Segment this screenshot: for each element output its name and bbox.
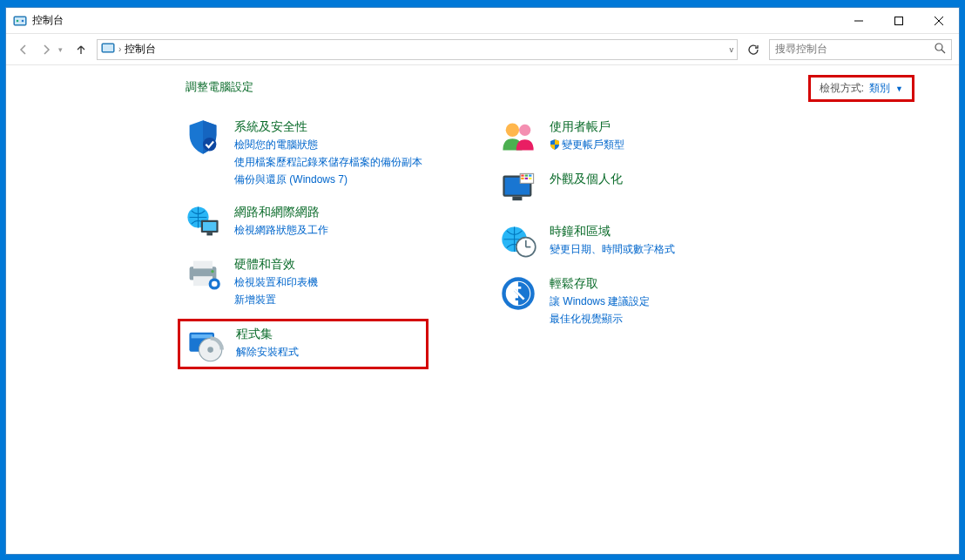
svg-point-12 — [203, 138, 216, 151]
view-by-value: 類別 — [869, 81, 890, 96]
category-link[interactable]: 備份與還原 (Windows 7) — [234, 172, 422, 187]
category-ease-of-access[interactable]: 輕鬆存取 讓 Windows 建議設定 最佳化視覺顯示 — [496, 273, 678, 330]
content-area: 調整電腦設定 檢視方式: 類別 ▼ 系統及安全性 檢閱您的電腦狀態 使用檔案歷程… — [6, 65, 959, 554]
category-title[interactable]: 輕鬆存取 — [550, 276, 650, 292]
svg-rect-24 — [192, 334, 213, 338]
category-network[interactable]: 網路和網際網路 檢視網路狀態及工作 — [180, 201, 426, 243]
svg-point-10 — [935, 44, 942, 51]
up-button[interactable] — [71, 39, 91, 60]
category-link[interactable]: 變更日期、時間或數字格式 — [550, 241, 675, 257]
titlebar: 控制台 — [6, 8, 959, 34]
ease-of-access-icon — [499, 276, 537, 311]
address-bar[interactable]: › 控制台 v — [97, 39, 738, 60]
close-button[interactable] — [919, 8, 959, 34]
breadcrumb-item[interactable]: 控制台 — [125, 42, 156, 57]
control-panel-icon — [101, 41, 115, 57]
view-by-selector[interactable]: 檢視方式: 類別 ▼ — [811, 78, 912, 99]
right-column: 使用者帳戶 變更帳戶類型 外觀及個人化 時鐘和區域 變更日期、時間或數字格式 — [496, 116, 678, 367]
maximize-button[interactable] — [879, 8, 919, 34]
category-link[interactable]: 新增裝置 — [234, 292, 318, 307]
category-link[interactable]: 檢視裝置和印表機 — [234, 274, 318, 290]
category-link[interactable]: 最佳化視覺顯示 — [550, 311, 650, 327]
svg-rect-38 — [529, 178, 531, 179]
search-placeholder: 搜尋控制台 — [775, 42, 827, 57]
category-title[interactable]: 時鐘和區域 — [550, 224, 675, 240]
category-hardware-sound[interactable]: 硬體和音效 檢視裝置和印表機 新增裝置 — [180, 253, 426, 311]
refresh-button[interactable] — [743, 39, 764, 60]
svg-point-2 — [17, 19, 19, 22]
category-link[interactable]: 檢視網路狀態及工作 — [234, 222, 328, 238]
window-title: 控制台 — [32, 13, 64, 28]
clock-globe-icon — [499, 224, 537, 259]
svg-rect-33 — [521, 175, 523, 177]
svg-rect-35 — [529, 175, 531, 177]
category-link[interactable]: 使用檔案歷程記錄來儲存檔案的備份副本 — [234, 154, 422, 170]
svg-rect-5 — [895, 17, 903, 24]
category-link[interactable]: 檢閱您的電腦狀態 — [234, 137, 422, 152]
svg-point-20 — [211, 270, 213, 273]
svg-line-11 — [941, 50, 945, 53]
nav-toolbar: ▾ › 控制台 v 搜尋控制台 — [6, 34, 959, 65]
svg-point-27 — [506, 124, 519, 137]
monitor-personalize-icon — [499, 172, 537, 206]
search-icon — [935, 43, 946, 57]
svg-rect-37 — [525, 178, 528, 179]
category-link[interactable]: 變更帳戶類型 — [550, 137, 624, 152]
shield-icon — [184, 119, 222, 154]
category-system-security[interactable]: 系統及安全性 檢閱您的電腦狀態 使用檔案歷程記錄來儲存檔案的備份副本 備份與還原… — [180, 116, 426, 191]
svg-rect-31 — [512, 197, 522, 200]
svg-point-28 — [519, 125, 530, 136]
category-link[interactable]: 解除安裝程式 — [236, 344, 299, 360]
svg-rect-18 — [193, 261, 213, 269]
disc-icon — [186, 327, 224, 361]
svg-rect-15 — [203, 222, 216, 231]
svg-point-40 — [516, 238, 536, 257]
control-panel-window: 控制台 ▾ › 控制台 v 搜尋控制台 調整電腦設定 檢視方式: 類別 ▼ — [5, 7, 960, 555]
svg-rect-9 — [103, 44, 113, 51]
minimize-button[interactable] — [839, 8, 879, 34]
svg-point-3 — [22, 19, 24, 22]
globe-monitor-icon — [184, 205, 222, 240]
category-title[interactable]: 硬體和音效 — [234, 257, 318, 273]
category-title[interactable]: 網路和網際網路 — [234, 205, 328, 220]
forward-button[interactable] — [36, 39, 57, 60]
history-dropdown[interactable]: ▾ — [58, 45, 69, 54]
address-dropdown-icon[interactable]: v — [730, 45, 734, 54]
category-title[interactable]: 使用者帳戶 — [550, 119, 624, 135]
category-clock-region[interactable]: 時鐘和區域 變更日期、時間或數字格式 — [496, 220, 678, 262]
search-input[interactable]: 搜尋控制台 — [769, 39, 952, 60]
category-link[interactable]: 讓 Windows 建議設定 — [550, 293, 650, 309]
back-button[interactable] — [13, 39, 34, 60]
category-user-accounts[interactable]: 使用者帳戶 變更帳戶類型 — [496, 116, 678, 158]
view-by-label: 檢視方式: — [820, 81, 864, 96]
control-panel-icon — [13, 14, 27, 28]
printer-icon — [184, 257, 222, 292]
chevron-down-icon: ▼ — [895, 84, 903, 93]
category-title[interactable]: 系統及安全性 — [234, 119, 422, 135]
category-appearance[interactable]: 外觀及個人化 — [496, 168, 678, 210]
category-programs[interactable]: 程式集 解除安裝程式 — [180, 321, 426, 367]
users-icon — [499, 119, 537, 154]
uac-shield-icon — [550, 139, 560, 150]
svg-rect-16 — [206, 233, 213, 235]
svg-point-26 — [207, 347, 213, 353]
category-title[interactable]: 程式集 — [236, 327, 299, 342]
svg-rect-36 — [521, 178, 523, 179]
svg-rect-34 — [525, 175, 528, 177]
left-column: 系統及安全性 檢閱您的電腦狀態 使用檔案歷程記錄來儲存檔案的備份副本 備份與還原… — [180, 116, 426, 367]
breadcrumb-separator-icon: › — [118, 44, 121, 54]
svg-point-22 — [212, 281, 218, 287]
category-title[interactable]: 外觀及個人化 — [550, 172, 623, 187]
